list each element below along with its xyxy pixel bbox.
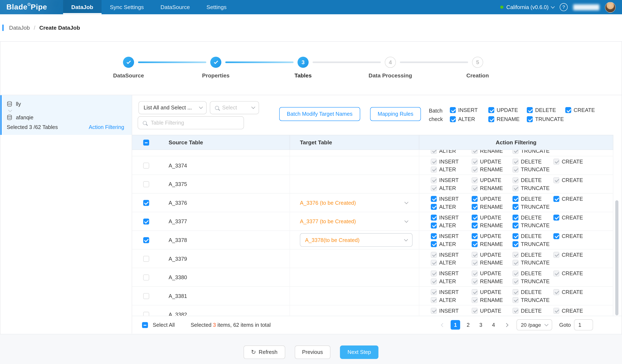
- action-checkbox: [431, 308, 437, 313]
- row-checkbox[interactable]: [143, 293, 149, 299]
- action-label: INSERT: [439, 270, 459, 276]
- action-checkbox[interactable]: [431, 214, 437, 220]
- batch-action-checkbox[interactable]: [527, 107, 533, 113]
- goto-input[interactable]: [574, 319, 593, 330]
- select-all-label: Select All: [153, 322, 175, 328]
- action-checkbox[interactable]: [472, 233, 478, 239]
- action-checkbox[interactable]: [431, 241, 437, 247]
- action-checkbox[interactable]: [553, 233, 559, 239]
- refresh-icon: ↻: [251, 349, 256, 355]
- page-number[interactable]: 1: [451, 320, 460, 329]
- chevron-down-icon: [544, 322, 548, 326]
- nav-item-datajob[interactable]: DataJob: [63, 0, 101, 14]
- action-checkbox[interactable]: [472, 196, 478, 202]
- select-all-checkbox[interactable]: [143, 139, 149, 145]
- next-page-button[interactable]: [502, 320, 511, 329]
- step-connector: [400, 61, 468, 63]
- breadcrumb-separator: /: [34, 25, 35, 31]
- page-number[interactable]: 4: [489, 320, 498, 329]
- nav-item-datasource[interactable]: DataSource: [152, 0, 198, 14]
- app-logo[interactable]: Blade⚙Pipe: [0, 0, 52, 14]
- action-checkbox: [513, 297, 519, 303]
- action-checkbox[interactable]: [472, 222, 478, 228]
- nav-item-settings[interactable]: Settings: [198, 0, 235, 14]
- target-table-select[interactable]: A_3378(to be Created): [300, 233, 412, 247]
- batch-action-checkbox[interactable]: [488, 107, 494, 113]
- action-checkbox: [431, 177, 437, 183]
- action-checkbox[interactable]: [513, 196, 519, 202]
- action-checkbox[interactable]: [431, 196, 437, 202]
- action-checkbox[interactable]: [513, 233, 519, 239]
- batch-action-checkbox[interactable]: [565, 107, 571, 113]
- column-select[interactable]: Select: [210, 101, 259, 114]
- step-connector: [313, 61, 381, 63]
- breadcrumb-parent[interactable]: DataJob: [9, 25, 30, 31]
- action-label: DELETE: [521, 196, 542, 202]
- action-checkbox[interactable]: [472, 214, 478, 220]
- batch-action-checkbox[interactable]: [527, 116, 533, 122]
- action-checkbox[interactable]: [513, 241, 519, 247]
- batch-action-checkbox[interactable]: [488, 116, 494, 122]
- action-checkbox[interactable]: [472, 241, 478, 247]
- vertical-scrollbar[interactable]: [615, 200, 619, 315]
- table-filter-input[interactable]: [150, 119, 239, 126]
- table-body: INSERTUPDATEDELETECREATE ALTERRENAMETRUN…: [132, 150, 613, 316]
- row-checkbox[interactable]: [143, 162, 149, 168]
- source-table-name: A_3378: [169, 237, 187, 243]
- row-checkbox[interactable]: [143, 181, 149, 187]
- action-label: CREATE: [562, 252, 583, 258]
- next-step-button[interactable]: Next Step: [340, 345, 379, 359]
- row-checkbox[interactable]: [143, 237, 149, 243]
- action-checkbox[interactable]: [431, 222, 437, 228]
- target-table-value[interactable]: A_3377 (to be Created): [290, 218, 419, 224]
- list-mode-select[interactable]: List All and Select ...: [138, 101, 207, 114]
- action-label: INSERT: [439, 158, 459, 164]
- action-label: RENAME: [480, 185, 503, 191]
- action-label: CREATE: [562, 158, 583, 164]
- action-checkbox[interactable]: [431, 233, 437, 239]
- row-checkbox[interactable]: [143, 274, 149, 280]
- page-number[interactable]: 3: [476, 320, 486, 329]
- avatar[interactable]: [605, 2, 616, 12]
- db-pair-item[interactable]: lly afanqie Selected 3 /62 Tables Action…: [0, 95, 132, 135]
- help-button[interactable]: ?: [560, 3, 568, 11]
- action-checkbox: [431, 150, 437, 154]
- action-label: DELETE: [521, 308, 542, 313]
- action-filtering-link[interactable]: Action Filtering: [89, 124, 124, 130]
- action-filtering-cell: INSERTUPDATEDELETECREATE ALTERRENAMETRUN…: [419, 175, 613, 193]
- action-label: INSERT: [439, 196, 459, 202]
- source-db-name: lly: [16, 101, 21, 107]
- batch-modify-target-names-button[interactable]: Batch Modify Target Names: [279, 107, 360, 121]
- select-all-checkbox[interactable]: [142, 322, 148, 328]
- table-row: A_3377 A_3377 (to be Created) INSERTUPDA…: [132, 212, 613, 231]
- previous-button[interactable]: Previous: [295, 345, 330, 359]
- action-checkbox: [431, 289, 437, 295]
- row-checkbox[interactable]: [143, 218, 149, 224]
- action-checkbox[interactable]: [513, 204, 519, 210]
- action-checkbox[interactable]: [553, 196, 559, 202]
- mapping-rules-button[interactable]: Mapping Rules: [370, 107, 421, 121]
- action-checkbox[interactable]: [472, 204, 478, 210]
- prev-page-button[interactable]: [438, 320, 447, 329]
- action-label: RENAME: [480, 278, 503, 284]
- page-size-select[interactable]: 20 /page: [517, 319, 552, 330]
- page-number[interactable]: 2: [463, 320, 473, 329]
- action-checkbox[interactable]: [513, 214, 519, 220]
- nav-item-sync-settings[interactable]: Sync Settings: [102, 0, 152, 14]
- row-checkbox[interactable]: [143, 200, 149, 206]
- action-checkbox[interactable]: [513, 222, 519, 228]
- batch-action-checkbox[interactable]: [450, 107, 456, 113]
- navbar-right: California (v0.6.0) ?: [500, 0, 622, 14]
- refresh-button[interactable]: ↻ Refresh: [243, 345, 285, 359]
- table-header: Source Table Target Table Action Filteri…: [132, 135, 613, 150]
- region-selector[interactable]: California (v0.6.0): [500, 4, 554, 10]
- row-checkbox[interactable]: [143, 312, 149, 316]
- action-checkbox[interactable]: [553, 214, 559, 220]
- batch-action-checkbox[interactable]: [450, 116, 456, 122]
- step-number: 4: [385, 57, 396, 68]
- row-checkbox[interactable]: [143, 256, 149, 262]
- target-table-value[interactable]: A_3376 (to be Created): [290, 200, 419, 206]
- action-checkbox[interactable]: [431, 204, 437, 210]
- source-table-name: A_3382: [169, 312, 187, 316]
- action-checkbox: [513, 177, 519, 183]
